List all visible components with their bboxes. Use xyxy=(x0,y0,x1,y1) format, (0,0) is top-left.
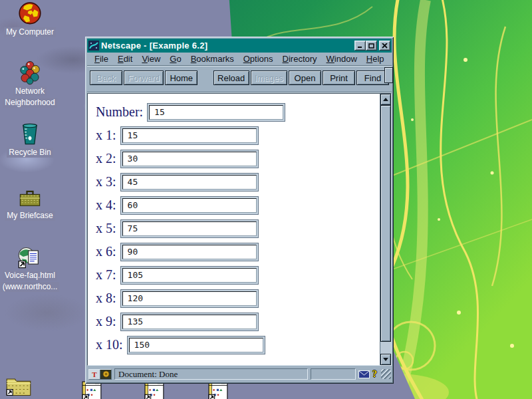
desktop-icon-network[interactable]: NetworkNeighborhood xyxy=(0,60,60,108)
menu-window[interactable]: Window xyxy=(322,54,362,64)
forward-button: Forward xyxy=(124,70,164,85)
field-label-x4: x 4: xyxy=(96,198,116,213)
reload-button[interactable]: Reload xyxy=(213,70,249,85)
number-row: Number: xyxy=(96,102,391,122)
back-button: Back xyxy=(90,70,122,85)
x2-input[interactable] xyxy=(122,152,257,166)
x10-row: x 10: xyxy=(96,335,391,354)
icon-label: My Briefcase xyxy=(5,211,55,221)
x9-row: x 9: xyxy=(96,312,391,331)
briefcase-icon xyxy=(18,187,42,209)
x2-field-frame xyxy=(120,150,259,168)
x3-field-frame xyxy=(120,173,259,192)
open-button[interactable]: Open xyxy=(289,70,321,85)
menu-file[interactable]: File xyxy=(90,54,113,64)
menu-mnemonic: W xyxy=(327,54,334,64)
netscape-window: Netscape - [Example 6.2] FileEditViewGoB… xyxy=(85,37,394,384)
resize-grip[interactable] xyxy=(381,369,391,379)
maximize-button[interactable] xyxy=(366,41,377,51)
x7-input[interactable] xyxy=(122,268,257,283)
x6-input[interactable] xyxy=(122,245,257,259)
bottom-icon-1[interactable] xyxy=(0,374,39,397)
folder-shortcut-icon xyxy=(5,374,32,397)
desktop-icon-my-computer[interactable]: My Computer xyxy=(0,2,60,37)
toolbar-partial-button[interactable] xyxy=(384,67,393,83)
window-title: Netscape - [Example 6.2] xyxy=(101,41,352,51)
netscape-app-icon xyxy=(88,41,99,51)
x10-field-frame xyxy=(127,336,265,354)
field-label-x9: x 9: xyxy=(96,314,116,329)
x1-field-frame xyxy=(120,126,259,145)
x1-row: x 1: xyxy=(96,126,391,145)
doc-shortcut-icon xyxy=(17,245,43,269)
minimize-button[interactable] xyxy=(354,41,366,51)
scrollbar-thumb[interactable] xyxy=(380,105,391,342)
x10-input[interactable] xyxy=(129,338,263,352)
x8-field-frame xyxy=(120,289,259,308)
close-button[interactable] xyxy=(379,41,390,51)
icon-label: Network xyxy=(13,86,47,96)
icon-label: Voice-faq.html xyxy=(3,271,57,281)
scrollbar-track[interactable] xyxy=(380,105,391,354)
images-button: Images xyxy=(251,70,287,85)
beaker-icon xyxy=(18,122,42,146)
field-label-x3: x 3: xyxy=(96,174,116,190)
menu-edit[interactable]: Edit xyxy=(113,54,137,64)
field-label-x2: x 2: xyxy=(96,151,116,166)
scroll-down-button[interactable] xyxy=(380,354,391,365)
field-label-x5: x 5: xyxy=(96,221,116,236)
field-label-x6: x 6: xyxy=(96,244,116,259)
desktop: My ComputerNetworkNeighborhoodRecycle Bi… xyxy=(0,0,532,399)
multiplication-form: Number:x 1:x 2:x 3:x 4:x 5:x 6:x 7:x 8:x… xyxy=(96,102,391,354)
menu-directory[interactable]: Directory xyxy=(278,54,322,64)
x5-row: x 5: xyxy=(96,219,391,238)
window-controls xyxy=(354,41,390,51)
menu-help[interactable]: Help xyxy=(362,54,389,64)
icon-label: My Computer xyxy=(4,27,56,37)
menu-bookmarks[interactable]: Bookmarks xyxy=(186,54,239,64)
menu-bar: FileEditViewGoBookmarksOptionsDirectoryW… xyxy=(87,53,392,66)
x3-input[interactable] xyxy=(122,175,257,190)
x1-input[interactable] xyxy=(122,128,257,143)
x9-input[interactable] xyxy=(122,315,257,329)
x3-row: x 3: xyxy=(96,172,391,192)
x5-input[interactable] xyxy=(122,221,257,236)
browser-content: Number:x 1:x 2:x 3:x 4:x 5:x 6:x 7:x 8:x… xyxy=(87,93,392,366)
status-bar: T Document: Done ? xyxy=(87,366,392,382)
desktop-icon-recycle-bin[interactable]: Recycle Bin xyxy=(0,122,60,158)
mail-icon[interactable] xyxy=(358,370,370,378)
progress-bar xyxy=(311,368,356,380)
field-label-x8: x 8: xyxy=(96,291,116,306)
field-label-number: Number: xyxy=(96,104,143,120)
help-icon[interactable]: ? xyxy=(372,369,377,380)
x8-row: x 8: xyxy=(96,289,391,308)
menu-options[interactable]: Options xyxy=(239,54,278,64)
menu-mnemonic: E xyxy=(118,54,124,64)
toolbar: BackForwardHomeReloadImagesOpenPrintFind xyxy=(87,66,392,92)
scroll-up-button[interactable] xyxy=(380,94,391,105)
netscape-logo-icon[interactable]: T xyxy=(89,370,100,379)
security-seal-icon[interactable] xyxy=(100,370,111,379)
menu-go[interactable]: Go xyxy=(165,54,186,64)
x4-field-frame xyxy=(120,196,259,215)
print-button[interactable]: Print xyxy=(323,70,355,85)
desktop-icon-voice-faq-html[interactable]: Voice-faq.html(www.northco... xyxy=(0,245,60,292)
home-button[interactable]: Home xyxy=(165,70,198,85)
vertical-scrollbar[interactable] xyxy=(380,94,391,365)
desktop-icon-my-briefcase[interactable]: My Briefcase xyxy=(0,187,60,221)
x9-field-frame xyxy=(120,313,259,331)
x6-field-frame xyxy=(120,243,259,261)
number-field-frame xyxy=(147,103,285,122)
menu-view[interactable]: View xyxy=(137,54,165,64)
x2-row: x 2: xyxy=(96,149,391,168)
globe-icon xyxy=(17,2,43,26)
icon-label: (www.northco... xyxy=(1,282,60,292)
x8-input[interactable] xyxy=(122,291,257,306)
menu-mnemonic: H xyxy=(366,54,372,64)
number-input[interactable] xyxy=(149,105,283,120)
status-message: Document: Done xyxy=(114,368,308,380)
menu-mnemonic: D xyxy=(283,54,289,64)
title-bar[interactable]: Netscape - [Example 6.2] xyxy=(87,39,392,53)
field-label-x1: x 1: xyxy=(96,128,116,143)
x4-input[interactable] xyxy=(122,198,257,213)
